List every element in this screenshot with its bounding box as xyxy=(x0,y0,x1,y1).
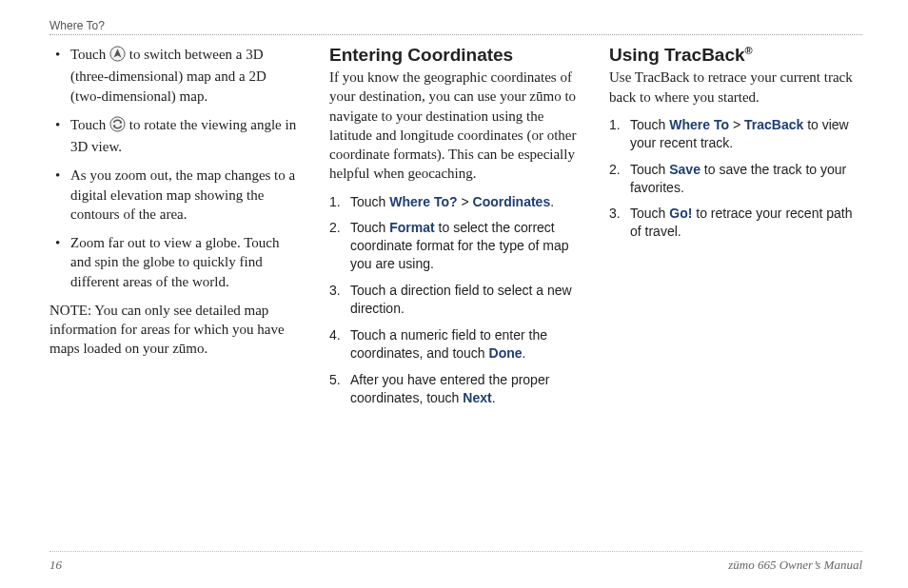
heading-entering-coordinates: Entering Coordinates xyxy=(329,45,582,66)
ui-keyword: Where To xyxy=(669,117,729,132)
ui-keyword: Save xyxy=(669,162,701,177)
svg-point-1 xyxy=(110,117,125,131)
heading-text: Using TracBack xyxy=(609,45,745,65)
section-breadcrumb: Where To? xyxy=(49,19,105,32)
page-number: 16 xyxy=(49,558,62,573)
page-header: Where To? xyxy=(49,19,862,35)
3d-toggle-icon xyxy=(109,46,126,67)
ui-keyword: Go! xyxy=(669,206,692,221)
map-view-bullets: Touch to switch between a 3D (three‑dime… xyxy=(49,45,303,291)
ui-keyword: Where To? xyxy=(389,194,457,209)
manual-page: Where To? Touch to switch between a 3D (… xyxy=(0,0,908,588)
tracback-intro: Use TracBack to retrace your current tra… xyxy=(609,68,862,107)
step-item: Touch a direction field to select a new … xyxy=(329,282,582,318)
map-note: NOTE: You can only see detailed map info… xyxy=(49,301,303,359)
bullet-pre: Touch xyxy=(70,47,109,62)
content-columns: Touch to switch between a 3D (three‑dime… xyxy=(49,45,862,415)
bullet-item: As you zoom out, the map changes to a di… xyxy=(49,166,303,224)
heading-using-tracback: Using TracBack® xyxy=(609,45,862,66)
step-item: Touch Where To > TracBack to view your r… xyxy=(609,116,862,152)
tracback-steps: Touch Where To > TracBack to view your r… xyxy=(609,116,862,241)
ui-keyword: Coordinates xyxy=(473,194,551,209)
step-item: Touch a numeric field to enter the coord… xyxy=(329,326,582,363)
column-3: Using TracBack® Use TracBack to retrace … xyxy=(609,45,862,415)
step-item: Touch Go! to retrace your recent path of… xyxy=(609,205,862,241)
ui-keyword: Format xyxy=(389,220,434,235)
rotate-icon xyxy=(109,116,126,137)
step-item: Touch Save to save the track to your fav… xyxy=(609,161,862,197)
step-item: Touch Format to select the correct coord… xyxy=(329,219,582,273)
step-item: Touch Where To? > Coordinates. xyxy=(329,193,582,211)
ui-keyword: Done xyxy=(489,345,523,361)
bullet-post: As you zoom out, the map changes to a di… xyxy=(70,167,295,222)
bullet-pre: Touch xyxy=(70,117,109,132)
ui-keyword: TracBack xyxy=(744,117,803,132)
registered-mark: ® xyxy=(745,45,753,56)
bullet-item: Zoom far out to view a globe. Touch and … xyxy=(49,233,303,291)
coordinates-steps: Touch Where To? > Coordinates. Touch For… xyxy=(329,193,582,407)
column-1: Touch to switch between a 3D (three‑dime… xyxy=(49,45,303,415)
ui-keyword: Next xyxy=(463,390,491,405)
column-2: Entering Coordinates If you know the geo… xyxy=(329,45,582,415)
page-footer: 16 zūmo 665 Owner’s Manual xyxy=(49,551,862,573)
step-item: After you have entered the proper coordi… xyxy=(329,371,582,407)
bullet-item: Touch to rotate the viewing angle in 3D … xyxy=(49,115,303,157)
bullet-item: Touch to switch between a 3D (three‑dime… xyxy=(49,45,303,106)
manual-title: zūmo 665 Owner’s Manual xyxy=(728,558,862,573)
coordinates-intro: If you know the geographic coordinates o… xyxy=(329,68,582,184)
bullet-post: Zoom far out to view a globe. Touch and … xyxy=(70,235,279,289)
